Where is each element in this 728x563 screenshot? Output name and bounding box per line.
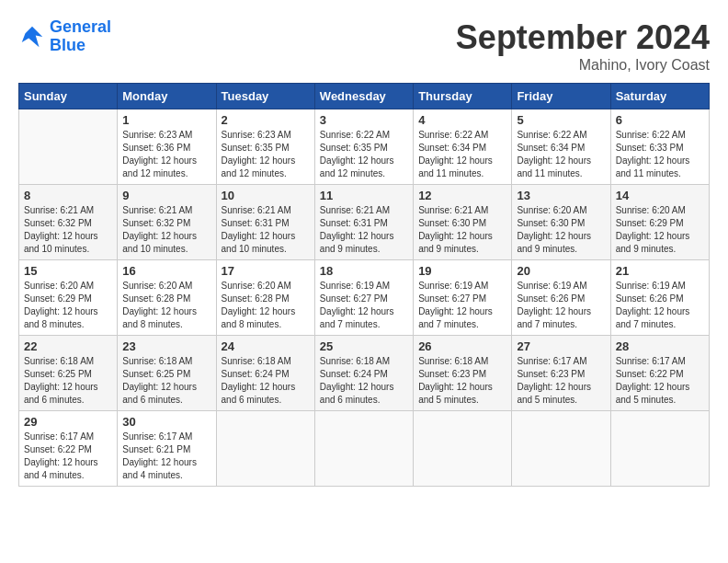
header-cell-thursday: Thursday xyxy=(414,84,512,109)
svg-marker-0 xyxy=(22,27,43,48)
day-number: 20 xyxy=(517,264,605,278)
day-info: Sunrise: 6:22 AM Sunset: 6:35 PM Dayligh… xyxy=(320,129,408,180)
day-info: Sunrise: 6:18 AM Sunset: 6:24 PM Dayligh… xyxy=(320,355,408,407)
day-cell: 11 Sunrise: 6:21 AM Sunset: 6:31 PM Dayl… xyxy=(314,185,413,260)
header-cell-friday: Friday xyxy=(512,84,610,109)
day-number: 28 xyxy=(616,339,704,353)
day-number: 19 xyxy=(418,264,506,278)
day-info: Sunrise: 6:19 AM Sunset: 6:27 PM Dayligh… xyxy=(320,280,408,331)
day-cell: 9 Sunrise: 6:21 AM Sunset: 6:32 PM Dayli… xyxy=(118,185,216,260)
day-cell: 29 Sunrise: 6:17 AM Sunset: 6:22 PM Dayl… xyxy=(19,411,118,487)
day-info: Sunrise: 6:17 AM Sunset: 6:22 PM Dayligh… xyxy=(24,431,112,482)
day-number: 27 xyxy=(517,339,605,353)
day-number: 11 xyxy=(320,189,408,202)
day-number: 10 xyxy=(222,189,310,202)
day-number: 29 xyxy=(24,415,112,429)
calendar-header: SundayMondayTuesdayWednesdayThursdayFrid… xyxy=(19,84,710,109)
day-cell: 23 Sunrise: 6:18 AM Sunset: 6:25 PM Dayl… xyxy=(118,336,216,411)
day-info: Sunrise: 6:19 AM Sunset: 6:26 PM Dayligh… xyxy=(616,280,704,331)
day-info: Sunrise: 6:20 AM Sunset: 6:29 PM Dayligh… xyxy=(24,280,112,331)
day-info: Sunrise: 6:22 AM Sunset: 6:34 PM Dayligh… xyxy=(418,129,506,180)
day-info: Sunrise: 6:20 AM Sunset: 6:30 PM Dayligh… xyxy=(517,204,605,256)
day-number: 4 xyxy=(418,113,506,127)
day-number: 24 xyxy=(222,339,310,353)
day-info: Sunrise: 6:21 AM Sunset: 6:32 PM Dayligh… xyxy=(24,204,112,256)
day-info: Sunrise: 6:18 AM Sunset: 6:24 PM Dayligh… xyxy=(222,355,310,407)
day-info: Sunrise: 6:23 AM Sunset: 6:36 PM Dayligh… xyxy=(122,129,210,180)
header-cell-saturday: Saturday xyxy=(610,84,709,109)
day-info: Sunrise: 6:21 AM Sunset: 6:31 PM Dayligh… xyxy=(320,204,408,256)
day-info: Sunrise: 6:19 AM Sunset: 6:27 PM Dayligh… xyxy=(418,280,506,331)
day-cell: 28 Sunrise: 6:17 AM Sunset: 6:22 PM Dayl… xyxy=(610,336,709,411)
day-info: Sunrise: 6:17 AM Sunset: 6:22 PM Dayligh… xyxy=(616,355,704,407)
week-row-1: 1 Sunrise: 6:23 AM Sunset: 6:36 PM Dayli… xyxy=(19,109,710,185)
day-number: 12 xyxy=(418,189,506,202)
day-cell: 8 Sunrise: 6:21 AM Sunset: 6:32 PM Dayli… xyxy=(19,185,118,260)
day-info: Sunrise: 6:18 AM Sunset: 6:25 PM Dayligh… xyxy=(122,355,210,407)
day-cell: 12 Sunrise: 6:21 AM Sunset: 6:30 PM Dayl… xyxy=(414,185,512,260)
day-info: Sunrise: 6:22 AM Sunset: 6:33 PM Dayligh… xyxy=(616,129,704,180)
day-cell xyxy=(414,411,512,487)
day-info: Sunrise: 6:17 AM Sunset: 6:21 PM Dayligh… xyxy=(122,431,210,482)
day-cell: 14 Sunrise: 6:20 AM Sunset: 6:29 PM Dayl… xyxy=(610,185,709,260)
day-cell xyxy=(314,411,413,487)
day-cell: 27 Sunrise: 6:17 AM Sunset: 6:23 PM Dayl… xyxy=(512,336,610,411)
day-cell: 6 Sunrise: 6:22 AM Sunset: 6:33 PM Dayli… xyxy=(610,109,709,185)
day-info: Sunrise: 6:18 AM Sunset: 6:25 PM Dayligh… xyxy=(24,355,112,407)
day-info: Sunrise: 6:23 AM Sunset: 6:35 PM Dayligh… xyxy=(222,129,310,180)
day-number: 22 xyxy=(24,339,112,353)
day-cell: 16 Sunrise: 6:20 AM Sunset: 6:28 PM Dayl… xyxy=(118,260,216,336)
logo-icon xyxy=(18,23,46,51)
day-info: Sunrise: 6:20 AM Sunset: 6:28 PM Dayligh… xyxy=(222,280,310,331)
logo: General Blue xyxy=(18,18,111,55)
week-row-3: 15 Sunrise: 6:20 AM Sunset: 6:29 PM Dayl… xyxy=(19,260,710,336)
day-number: 25 xyxy=(320,339,408,353)
header-cell-wednesday: Wednesday xyxy=(314,84,413,109)
day-info: Sunrise: 6:20 AM Sunset: 6:28 PM Dayligh… xyxy=(122,280,210,331)
day-info: Sunrise: 6:18 AM Sunset: 6:23 PM Dayligh… xyxy=(418,355,506,407)
day-cell: 22 Sunrise: 6:18 AM Sunset: 6:25 PM Dayl… xyxy=(19,336,118,411)
day-info: Sunrise: 6:17 AM Sunset: 6:23 PM Dayligh… xyxy=(517,355,605,407)
day-number: 3 xyxy=(320,113,408,127)
calendar-body: 1 Sunrise: 6:23 AM Sunset: 6:36 PM Dayli… xyxy=(19,109,710,487)
header-cell-tuesday: Tuesday xyxy=(216,84,314,109)
day-info: Sunrise: 6:20 AM Sunset: 6:29 PM Dayligh… xyxy=(616,204,704,256)
location: Mahino, Ivory Coast xyxy=(456,57,710,74)
day-info: Sunrise: 6:22 AM Sunset: 6:34 PM Dayligh… xyxy=(517,129,605,180)
day-cell xyxy=(512,411,610,487)
day-cell: 17 Sunrise: 6:20 AM Sunset: 6:28 PM Dayl… xyxy=(216,260,314,336)
day-info: Sunrise: 6:21 AM Sunset: 6:30 PM Dayligh… xyxy=(418,204,506,256)
day-cell: 3 Sunrise: 6:22 AM Sunset: 6:35 PM Dayli… xyxy=(314,109,413,185)
day-cell xyxy=(610,411,709,487)
day-number: 8 xyxy=(24,189,112,202)
day-number: 6 xyxy=(616,113,704,127)
day-cell: 18 Sunrise: 6:19 AM Sunset: 6:27 PM Dayl… xyxy=(314,260,413,336)
day-number: 18 xyxy=(320,264,408,278)
day-cell: 21 Sunrise: 6:19 AM Sunset: 6:26 PM Dayl… xyxy=(610,260,709,336)
day-cell: 10 Sunrise: 6:21 AM Sunset: 6:31 PM Dayl… xyxy=(216,185,314,260)
logo-text: General Blue xyxy=(50,18,111,55)
day-cell: 15 Sunrise: 6:20 AM Sunset: 6:29 PM Dayl… xyxy=(19,260,118,336)
week-row-2: 8 Sunrise: 6:21 AM Sunset: 6:32 PM Dayli… xyxy=(19,185,710,260)
day-cell: 19 Sunrise: 6:19 AM Sunset: 6:27 PM Dayl… xyxy=(414,260,512,336)
day-cell: 20 Sunrise: 6:19 AM Sunset: 6:26 PM Dayl… xyxy=(512,260,610,336)
header-row: SundayMondayTuesdayWednesdayThursdayFrid… xyxy=(19,84,710,109)
month-title: September 2024 xyxy=(456,18,710,57)
day-number: 1 xyxy=(122,113,210,127)
day-cell: 4 Sunrise: 6:22 AM Sunset: 6:34 PM Dayli… xyxy=(414,109,512,185)
day-cell: 24 Sunrise: 6:18 AM Sunset: 6:24 PM Dayl… xyxy=(216,336,314,411)
day-cell: 30 Sunrise: 6:17 AM Sunset: 6:21 PM Dayl… xyxy=(118,411,216,487)
title-block: September 2024 Mahino, Ivory Coast xyxy=(456,18,710,74)
day-number: 26 xyxy=(418,339,506,353)
header-cell-monday: Monday xyxy=(118,84,216,109)
day-number: 5 xyxy=(517,113,605,127)
header-cell-sunday: Sunday xyxy=(19,84,118,109)
day-info: Sunrise: 6:19 AM Sunset: 6:26 PM Dayligh… xyxy=(517,280,605,331)
day-cell: 5 Sunrise: 6:22 AM Sunset: 6:34 PM Dayli… xyxy=(512,109,610,185)
day-cell: 26 Sunrise: 6:18 AM Sunset: 6:23 PM Dayl… xyxy=(414,336,512,411)
week-row-5: 29 Sunrise: 6:17 AM Sunset: 6:22 PM Dayl… xyxy=(19,411,710,487)
week-row-4: 22 Sunrise: 6:18 AM Sunset: 6:25 PM Dayl… xyxy=(19,336,710,411)
day-cell: 25 Sunrise: 6:18 AM Sunset: 6:24 PM Dayl… xyxy=(314,336,413,411)
day-number: 16 xyxy=(122,264,210,278)
day-number: 17 xyxy=(222,264,310,278)
